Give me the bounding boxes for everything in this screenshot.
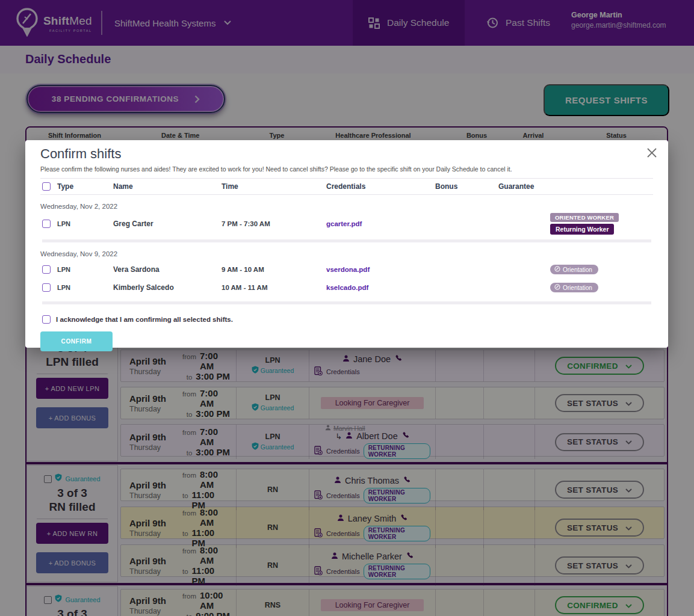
- modal-section-date: Wednesday, Nov 9, 2022: [40, 250, 653, 257]
- modal-description: Please confirm the following nurses and …: [40, 165, 653, 173]
- orientation-badge: Orientation: [550, 265, 598, 274]
- row-checkbox[interactable]: [42, 283, 51, 292]
- oriented-worker-badge: ORIENTED WORKER: [550, 213, 619, 222]
- modal-title: Confirm shifts: [40, 146, 653, 162]
- confirm-shifts-modal: Confirm shifts Please confirm the follow…: [25, 140, 668, 348]
- modal-shift-time: 10 AM - 11 AM: [222, 284, 326, 291]
- modal-column-time: Time: [222, 182, 326, 191]
- modal-guarantee-badges: Orientation: [498, 283, 653, 292]
- modal-worker-name: Greg Carter: [113, 220, 222, 228]
- modal-guarantee-badges: ORIENTED WORKERReturning Worker: [498, 213, 653, 235]
- badge-label: Orientation: [563, 266, 592, 273]
- modal-column-type: Type: [57, 182, 113, 191]
- modal-section-date: Wednesday, Nov 2, 2022: [40, 203, 653, 210]
- orientation-badge: Orientation: [550, 283, 598, 292]
- modal-column-bonus: Bonus: [435, 182, 498, 191]
- orientation-icon-wrap: [554, 284, 560, 291]
- modal-column-name: Name: [113, 182, 222, 191]
- acknowledge-checkbox[interactable]: [42, 315, 51, 324]
- select-all-checkbox[interactable]: [42, 182, 51, 191]
- section-separator: [42, 239, 651, 242]
- credential-pdf-link[interactable]: vserdona.pdf: [326, 266, 435, 273]
- orientation-icon: [554, 266, 560, 272]
- modal-shift-row: LPNVera Sardona9 AM - 10 AMvserdona.pdfO…: [40, 260, 653, 279]
- acknowledge-label: I acknowledge that I am confirming all s…: [56, 316, 233, 323]
- modal-worker-name: Vera Sardona: [113, 265, 222, 274]
- modal-column-credentials: Credentials: [326, 182, 435, 191]
- modal-shift-row: LPNGreg Carter7 PM - 7:30 AMgcarter.pdfO…: [40, 213, 653, 235]
- modal-guarantee-badges: Orientation: [498, 265, 653, 274]
- close-icon[interactable]: [645, 146, 658, 159]
- acknowledge-row: I acknowledge that I am confirming all s…: [40, 315, 653, 324]
- credential-pdf-link[interactable]: kselcado.pdf: [326, 284, 435, 291]
- section-separator: [42, 301, 651, 304]
- returning-worker-badge: Returning Worker: [550, 224, 614, 235]
- modal-worker-name: Kimberly Salcedo: [113, 283, 222, 292]
- orientation-icon: [554, 284, 560, 290]
- modal-shift-time: 7 PM - 7:30 AM: [222, 220, 326, 227]
- badge-label: Orientation: [563, 285, 592, 291]
- confirm-button[interactable]: CONFIRM: [40, 331, 113, 351]
- modal-table-header: Type Name Time Credentials Bonus Guarant…: [40, 178, 653, 195]
- modal-shift-type: LPN: [57, 266, 113, 273]
- orientation-icon-wrap: [554, 266, 560, 273]
- row-checkbox[interactable]: [42, 220, 51, 228]
- row-checkbox[interactable]: [42, 265, 51, 274]
- modal-shift-type: LPN: [57, 220, 113, 227]
- modal-shift-type: LPN: [57, 284, 113, 291]
- modal-column-guarantee: Guarantee: [498, 182, 653, 191]
- credential-pdf-link[interactable]: gcarter.pdf: [326, 220, 435, 227]
- modal-shift-row: LPNKimberly Salcedo10 AM - 11 AMkselcado…: [40, 279, 653, 297]
- modal-shift-time: 9 AM - 10 AM: [222, 266, 326, 273]
